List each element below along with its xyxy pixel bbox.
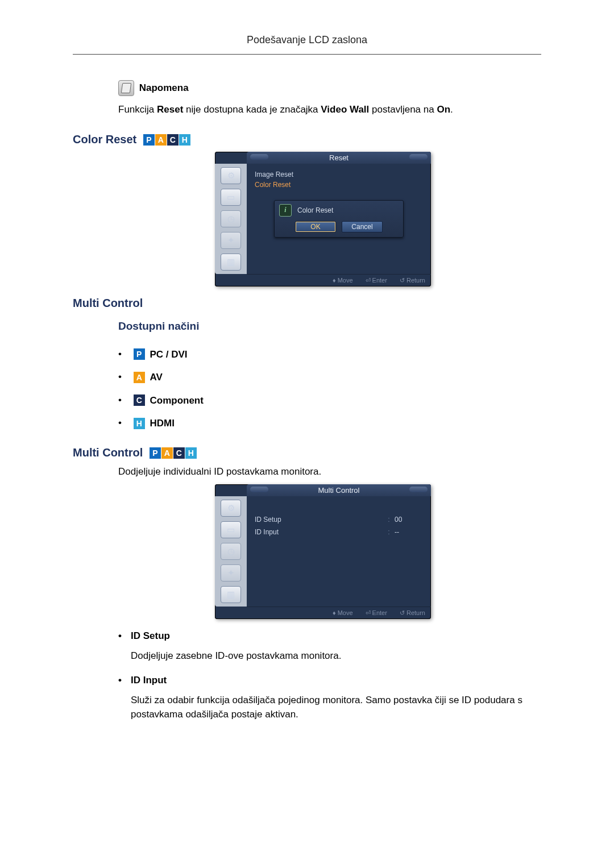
hint-return: ↺ Return xyxy=(400,277,425,284)
row-value: 00 xyxy=(395,516,423,524)
heading-text: Color Reset xyxy=(73,133,136,146)
osd-footer: ♦ Move ⏎ Enter ↺ Return xyxy=(247,607,431,619)
note-row: Napomena xyxy=(118,80,541,96)
menu-item-image-reset: Image Reset xyxy=(255,169,423,180)
osd-sidebar: ⚙ ▭ ◷ ✦ ▥ xyxy=(215,496,247,607)
txt: nije dostupna kada je značajka xyxy=(183,104,321,115)
hint-enter: ⏎ Enter xyxy=(366,609,387,617)
hint-enter: ⏎ Enter xyxy=(366,277,387,284)
dialog-header: i Color Reset xyxy=(279,204,399,217)
desc-body-id-input: Služi za odabir funkcija odašiljača poje… xyxy=(131,693,541,722)
ok-button: OK xyxy=(295,221,336,232)
nav-settings-icon: ⚙ xyxy=(221,500,241,517)
osd-body: ⚙ ▭ ◷ ✦ ▥ Image Reset Color Reset i Colo… xyxy=(215,164,431,274)
osd-sidebar: ⚙ ▭ ◷ ✦ ▥ xyxy=(215,164,247,274)
osd-multi-control-screenshot: Multi Control ⚙ ▭ ◷ ✦ ▥ ID Setup : 00 ID… xyxy=(215,484,431,619)
badge-h-icon: H xyxy=(179,134,190,146)
nav-input-icon: ▭ xyxy=(221,189,241,206)
row-id-input: ID Input : -- xyxy=(255,526,423,538)
mode-label: HDMI xyxy=(150,418,174,429)
page: Podešavanje LCD zaslona Napomena Funkcij… xyxy=(0,0,614,868)
nav-timer-icon: ◷ xyxy=(221,210,241,227)
page-header: Podešavanje LCD zaslona xyxy=(73,34,541,52)
desc-body-id-setup: Dodjeljuje zasebne ID-ove postavkama mon… xyxy=(131,649,541,663)
badge-p-icon: P xyxy=(143,134,155,146)
note-icon xyxy=(118,80,134,96)
nav-settings-icon: ⚙ xyxy=(221,167,241,184)
row-sep: : xyxy=(383,516,395,524)
mode-label: Component xyxy=(150,394,203,405)
txt: . xyxy=(450,104,453,115)
nav-tools-icon: ✦ xyxy=(221,232,241,249)
mode-component: C Component xyxy=(118,389,541,412)
mode-list: P PC / DVI A AV C Component H HDMI xyxy=(118,343,541,435)
info-icon: i xyxy=(279,204,292,217)
cancel-button: Cancel xyxy=(342,221,383,232)
subheading-available-modes: Dostupni načini xyxy=(118,320,541,333)
badge-a-icon: A xyxy=(134,372,145,383)
note-label: Napomena xyxy=(139,82,189,93)
heading-multi-control: Multi Control xyxy=(73,297,541,310)
txt: Return xyxy=(406,609,425,616)
badge-c-icon: C xyxy=(173,447,185,459)
menu-item-color-reset: Color Reset xyxy=(255,180,423,190)
osd-title: Reset xyxy=(247,152,431,164)
row-value: -- xyxy=(395,528,423,536)
txt: Enter xyxy=(372,609,387,616)
pach-badges: P A C H xyxy=(143,134,191,146)
hint-move: ♦ Move xyxy=(333,277,353,284)
badge-a-icon: A xyxy=(161,447,173,459)
heading-color-reset: Color Reset P A C H xyxy=(73,133,541,146)
txt-bold: On xyxy=(437,104,450,115)
note-body: Funkcija Reset nije dostupna kada je zna… xyxy=(118,103,541,117)
osd-body: ⚙ ▭ ◷ ✦ ▥ ID Setup : 00 ID Input : -- xyxy=(215,496,431,607)
nav-tools-icon: ✦ xyxy=(221,564,241,582)
badge-a-icon: A xyxy=(155,134,167,146)
txt: Enter xyxy=(372,277,387,284)
desc-title-id-setup: ID Setup xyxy=(118,630,541,642)
confirm-dialog: i Color Reset OK Cancel xyxy=(274,200,404,238)
txt: Move xyxy=(338,609,353,616)
osd-title: Multi Control xyxy=(247,484,431,496)
txt: Move xyxy=(338,277,353,284)
nav-timer-icon: ◷ xyxy=(221,543,241,560)
badge-c-icon: C xyxy=(134,394,145,406)
badge-p-icon: P xyxy=(134,348,145,360)
nav-input-icon: ▭ xyxy=(221,521,241,538)
txt: postavljena na xyxy=(369,104,437,115)
mode-label: AV xyxy=(150,372,162,383)
badge-h-icon: H xyxy=(185,447,197,459)
row-id-setup: ID Setup : 00 xyxy=(255,513,423,526)
header-rule xyxy=(73,54,541,55)
mode-av: A AV xyxy=(118,366,541,389)
dialog-buttons: OK Cancel xyxy=(279,221,399,232)
mode-label: PC / DVI xyxy=(150,348,187,359)
txt: Return xyxy=(406,277,425,284)
txt-bold: Video Wall xyxy=(321,104,369,115)
description-list: ID Setup Dodjeljuje zasebne ID-ove posta… xyxy=(118,630,541,722)
mode-pc: P PC / DVI xyxy=(118,343,541,366)
osd-reset-screenshot: Reset ⚙ ▭ ◷ ✦ ▥ Image Reset Color Reset … xyxy=(215,152,431,286)
hint-move: ♦ Move xyxy=(333,609,353,617)
badge-h-icon: H xyxy=(134,418,145,429)
badge-p-icon: P xyxy=(150,447,161,459)
mode-hdmi: H HDMI xyxy=(118,412,541,435)
heading-multi-control-2: Multi Control P A C H xyxy=(73,446,541,459)
nav-chart-icon: ▥ xyxy=(221,586,241,603)
pach-badges: P A C H xyxy=(150,447,197,459)
dialog-title: Color Reset xyxy=(297,206,333,214)
osd-main: ID Setup : 00 ID Input : -- xyxy=(247,496,431,607)
heading-text: Multi Control xyxy=(73,446,143,459)
desc-title-id-input: ID Input xyxy=(118,675,541,686)
nav-chart-icon: ▥ xyxy=(221,254,241,271)
row-sep: : xyxy=(383,528,395,536)
badge-c-icon: C xyxy=(167,134,179,146)
hint-return: ↺ Return xyxy=(400,609,425,617)
osd-footer: ♦ Move ⏎ Enter ↺ Return xyxy=(247,274,431,286)
row-label: ID Input xyxy=(255,528,383,536)
txt-bold: Reset xyxy=(157,104,183,115)
txt: Funkcija xyxy=(118,104,157,115)
row-label: ID Setup xyxy=(255,516,383,524)
osd-main: Image Reset Color Reset i Color Reset OK… xyxy=(247,164,431,274)
multi-control-intro: Dodjeljuje individualni ID postavkama mo… xyxy=(118,465,541,479)
